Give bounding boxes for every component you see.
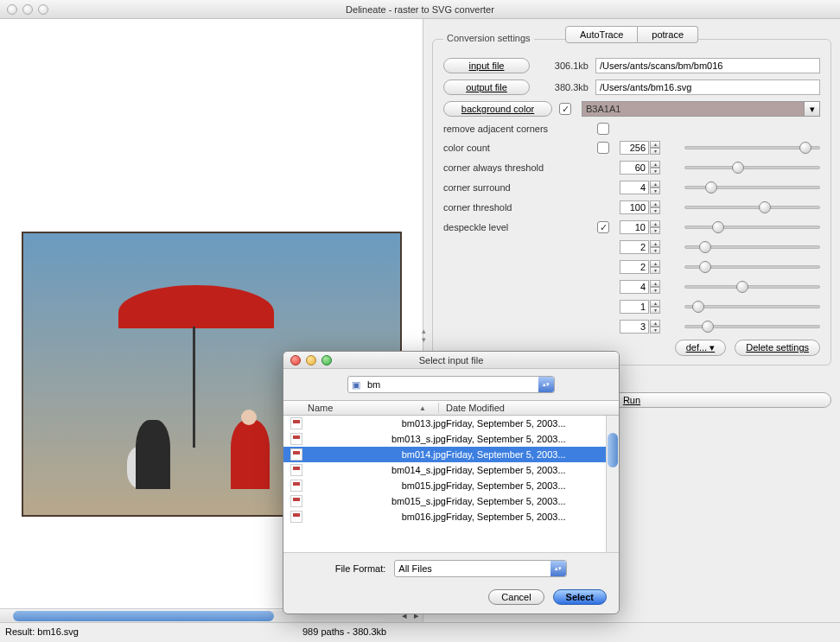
- delete-settings-button[interactable]: Delete settings: [735, 340, 820, 356]
- color-count-stepper[interactable]: ▴▾: [650, 141, 660, 155]
- folder-combo[interactable]: ▣ bm ▴▾: [347, 376, 555, 393]
- splitter-handle[interactable]: ▴▾: [422, 327, 427, 340]
- param8-slider[interactable]: [684, 285, 820, 289]
- despeckle-level-slider[interactable]: [684, 226, 820, 229]
- file-icon: [290, 480, 302, 492]
- file-icon: [290, 448, 302, 461]
- close-icon[interactable]: [7, 4, 17, 15]
- file-row[interactable]: bm015_s.jpgFriday, September 5, 2003...: [283, 493, 619, 509]
- corner-threshold-value[interactable]: 100: [620, 200, 649, 214]
- despeckle-level-value[interactable]: 10: [620, 220, 649, 234]
- defaults-button[interactable]: def... ▾: [675, 340, 727, 356]
- file-list[interactable]: bm013.jpgFriday, September 5, 2003...bm0…: [283, 416, 619, 552]
- cancel-button[interactable]: Cancel: [488, 589, 544, 605]
- minimize-icon[interactable]: [22, 4, 33, 15]
- corner-surround-value[interactable]: 4: [620, 181, 649, 194]
- file-list-scrollbar[interactable]: [606, 416, 619, 552]
- tab-potrace[interactable]: potrace: [638, 26, 698, 43]
- param6-stepper[interactable]: ▴▾: [650, 240, 660, 254]
- despeckle-level-checkbox[interactable]: [597, 221, 609, 233]
- file-icon: [290, 433, 302, 445]
- zoom-icon[interactable]: [38, 4, 48, 15]
- param10-stepper[interactable]: ▴▾: [650, 320, 660, 334]
- param7-value[interactable]: 2: [620, 260, 649, 274]
- file-name: bm014_s.jpg: [391, 465, 446, 475]
- dialog-minimize-icon[interactable]: [306, 355, 316, 365]
- file-name: bm016.jpg: [402, 512, 446, 522]
- file-name: bm015.jpg: [402, 480, 446, 491]
- file-row[interactable]: bm015.jpgFriday, September 5, 2003...: [283, 478, 619, 493]
- background-color-button[interactable]: background color: [443, 101, 552, 117]
- file-row[interactable]: bm014.jpgFriday, September 5, 2003...: [283, 447, 619, 462]
- param9-value[interactable]: 1: [620, 300, 649, 314]
- param9-slider[interactable]: [684, 305, 820, 308]
- param10-value[interactable]: 3: [620, 320, 649, 334]
- select-button[interactable]: Select: [553, 589, 607, 605]
- file-dialog: Select input file ▣ bm ▴▾ Name ▲ Date Mo…: [283, 351, 620, 614]
- despeckle-level-stepper[interactable]: ▴▾: [650, 220, 660, 234]
- file-name: bm015_s.jpg: [391, 496, 446, 506]
- folder-name: bm: [364, 379, 538, 390]
- output-file-size: 380.3kb: [537, 82, 589, 92]
- file-icon: [290, 511, 302, 523]
- file-row[interactable]: bm013.jpgFriday, September 5, 2003...: [283, 416, 619, 431]
- despeckle-level-label: despeckle level: [443, 222, 590, 232]
- param6-value[interactable]: 2: [620, 240, 649, 254]
- file-icon: [290, 417, 302, 429]
- param7-stepper[interactable]: ▴▾: [650, 260, 660, 274]
- corner-threshold-slider[interactable]: [684, 206, 820, 209]
- color-count-slider[interactable]: [684, 146, 820, 149]
- tab-autotrace[interactable]: AutoTrace: [565, 26, 638, 43]
- file-format-label: File Format:: [335, 563, 386, 574]
- file-date: Friday, September 5, 2003...: [446, 434, 619, 444]
- param9-stepper[interactable]: ▴▾: [650, 300, 660, 314]
- file-format-value: All Files: [395, 563, 550, 574]
- corner-surround-label: corner surround: [443, 182, 590, 193]
- corner-always-slider[interactable]: [684, 166, 820, 169]
- param8-stepper[interactable]: ▴▾: [650, 280, 660, 294]
- param8-value[interactable]: 4: [620, 280, 649, 294]
- file-row[interactable]: bm016.jpgFriday, September 5, 2003...: [283, 509, 619, 524]
- color-count-checkbox[interactable]: [597, 142, 609, 154]
- corner-threshold-stepper[interactable]: ▴▾: [650, 200, 660, 214]
- corner-always-stepper[interactable]: ▴▾: [650, 161, 660, 175]
- input-file-button[interactable]: input file: [443, 58, 530, 73]
- corner-surround-slider[interactable]: [684, 186, 820, 189]
- param10-slider[interactable]: [684, 325, 820, 328]
- corner-always-value[interactable]: 60: [620, 161, 649, 175]
- column-name-header[interactable]: Name ▲: [283, 403, 439, 413]
- param7-slider[interactable]: [684, 265, 820, 269]
- remove-adjacent-label: remove adjacent corners: [443, 124, 590, 134]
- file-name: bm013_s.jpg: [391, 434, 446, 444]
- param6-slider[interactable]: [684, 245, 820, 249]
- dialog-zoom-icon[interactable]: [321, 355, 332, 365]
- output-file-path[interactable]: /Users/ants/bm16.svg: [595, 79, 820, 95]
- file-date: Friday, September 5, 2003...: [446, 449, 619, 460]
- color-count-label: color count: [443, 143, 590, 153]
- dialog-close-icon[interactable]: [290, 355, 301, 365]
- remove-adjacent-checkbox[interactable]: [597, 123, 609, 135]
- input-file-path[interactable]: /Users/ants/scans/bm/bm016: [595, 58, 820, 73]
- file-row[interactable]: bm014_s.jpgFriday, September 5, 2003...: [283, 462, 619, 478]
- file-date: Friday, September 5, 2003...: [446, 418, 619, 429]
- window-title: Delineate - raster to SVG converter: [0, 4, 840, 15]
- input-file-size: 306.1kb: [537, 60, 589, 71]
- file-row[interactable]: bm013_s.jpgFriday, September 5, 2003...: [283, 431, 619, 447]
- column-date-header[interactable]: Date Modified: [439, 403, 619, 413]
- conversion-settings-group: Conversion settings input file 306.1kb /…: [432, 39, 831, 365]
- background-color-dropdown-icon[interactable]: ▾: [805, 101, 820, 117]
- titlebar: Delineate - raster to SVG converter: [0, 0, 840, 19]
- background-color-checkbox[interactable]: [559, 103, 571, 115]
- file-format-arrows-icon: ▴▾: [550, 561, 566, 576]
- folder-combo-arrows-icon: ▴▾: [538, 377, 554, 392]
- corner-threshold-label: corner threshold: [443, 202, 590, 213]
- status-result: Result: bm16.svg: [5, 626, 79, 637]
- file-date: Friday, September 5, 2003...: [446, 465, 619, 475]
- color-count-value[interactable]: 256: [620, 141, 649, 155]
- output-file-button[interactable]: output file: [443, 79, 530, 95]
- sort-ascending-icon: ▲: [419, 404, 426, 412]
- file-date: Friday, September 5, 2003...: [446, 512, 619, 522]
- file-format-combo[interactable]: All Files ▴▾: [394, 560, 567, 577]
- background-color-field[interactable]: B3A1A1: [582, 101, 805, 117]
- corner-surround-stepper[interactable]: ▴▾: [650, 181, 660, 194]
